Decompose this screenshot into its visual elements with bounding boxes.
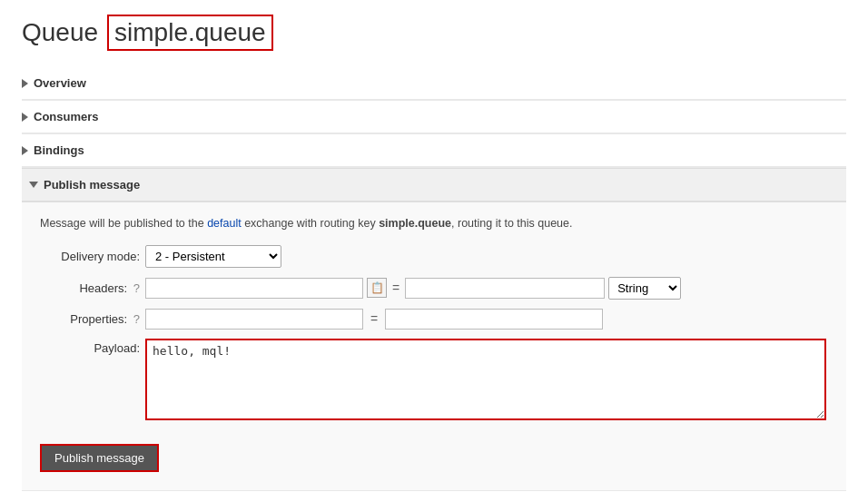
publish-message-header[interactable]: Publish message (22, 168, 846, 202)
publish-info-text: Message will be published to the default… (40, 215, 828, 232)
properties-row: Properties: ? = (40, 309, 828, 330)
payload-row: Payload: hello, mql! (40, 339, 828, 420)
title-prefix: Queue (22, 18, 98, 47)
overview-label: Overview (34, 76, 86, 90)
properties-value-input[interactable] (385, 309, 603, 330)
publish-message-section: Publish message Message will be publishe… (22, 168, 846, 491)
consumers-label: Consumers (34, 110, 99, 123)
properties-key-input[interactable] (145, 309, 363, 330)
bindings-arrow-icon (22, 146, 28, 155)
page-title: Queue simple.queue (22, 15, 846, 51)
overview-arrow-icon (22, 79, 28, 88)
publish-message-label: Publish message (44, 178, 140, 192)
overview-section-header[interactable]: Overview (22, 67, 846, 100)
delivery-mode-label: Delivery mode: (40, 250, 140, 263)
payload-input[interactable]: hello, mql! (145, 339, 826, 420)
bindings-label: Bindings (34, 143, 84, 157)
headers-help[interactable]: ? (133, 281, 140, 295)
properties-label: Properties: ? (40, 312, 140, 326)
overview-section: Overview (22, 67, 846, 101)
headers-key-input[interactable] (145, 278, 363, 299)
headers-equals: = (390, 280, 401, 295)
publish-message-arrow-icon (29, 182, 38, 188)
bindings-section-header[interactable]: Bindings (22, 134, 846, 167)
headers-label: Headers: ? (40, 281, 140, 295)
default-exchange-link[interactable]: default (207, 217, 242, 230)
headers-type-select[interactable]: String Number Boolean (608, 277, 681, 300)
delivery-mode-select[interactable]: 1 - Non-persistent 2 - Persistent (145, 245, 281, 268)
headers-add-icon-button[interactable]: 📋 (367, 278, 387, 298)
publish-message-button[interactable]: Publish message (40, 444, 159, 472)
payload-label: Payload: (40, 339, 140, 355)
properties-help[interactable]: ? (133, 312, 140, 326)
headers-input-group: 📋 = String Number Boolean (145, 277, 681, 300)
headers-value-input[interactable] (405, 278, 605, 299)
consumers-section-header[interactable]: Consumers (22, 101, 846, 133)
consumers-arrow-icon (22, 113, 28, 122)
properties-equals: = (369, 311, 380, 326)
queue-name: simple.queue (107, 15, 273, 51)
consumers-section: Consumers (22, 101, 846, 134)
bindings-section: Bindings (22, 134, 846, 168)
publish-message-content: Message will be published to the default… (22, 202, 846, 490)
delivery-mode-row: Delivery mode: 1 - Non-persistent 2 - Pe… (40, 245, 828, 268)
headers-row: Headers: ? 📋 = String Number Boolean (40, 277, 828, 300)
